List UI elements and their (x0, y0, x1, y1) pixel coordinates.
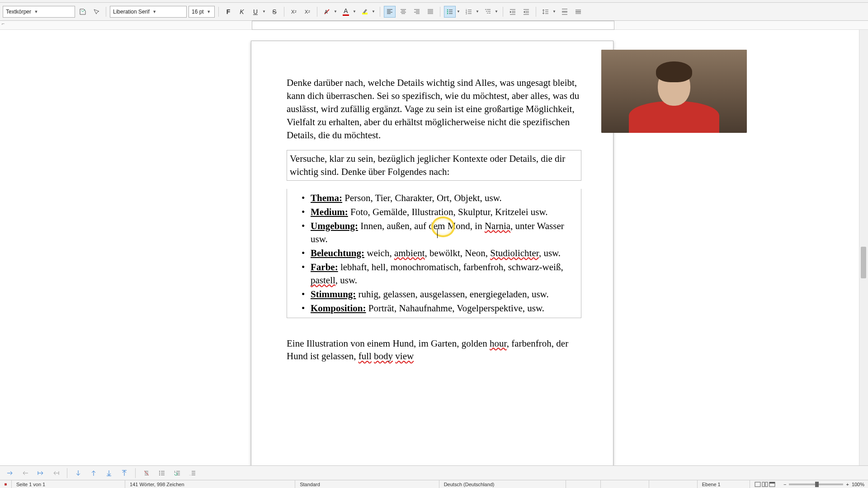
bullet-list-button[interactable] (444, 6, 456, 18)
view-mode-buttons[interactable] (750, 480, 780, 488)
nav-forward-icon[interactable] (4, 468, 16, 479)
underline-dropdown[interactable]: ▼ (261, 6, 267, 18)
line-spacing-dropdown[interactable]: ▼ (552, 6, 557, 18)
zoom-in-icon[interactable]: + (846, 482, 849, 487)
clear-formatting-button[interactable]: A (321, 6, 333, 18)
bullet-list-dropdown[interactable]: ▼ (456, 6, 461, 18)
save-status-icon[interactable] (0, 480, 12, 488)
align-left-button[interactable] (384, 6, 396, 18)
list-item[interactable]: Thema: Person, Tier, Charakter, Ort, Obj… (311, 192, 578, 205)
svg-point-4 (447, 13, 448, 14)
move-up-icon[interactable] (87, 468, 100, 479)
paragraph-style-combo[interactable]: Textkörper ▼ (3, 6, 75, 18)
scrollbar-thumb[interactable] (861, 247, 866, 278)
nav-back-icon[interactable] (19, 468, 32, 479)
number-list-dropdown[interactable]: ▼ (475, 6, 480, 18)
nav-forward-alt-icon[interactable] (34, 468, 47, 479)
svg-rect-14 (755, 482, 760, 487)
font-size-combo[interactable]: 16 pt ▼ (189, 6, 215, 18)
outline-list-dropdown[interactable]: ▼ (494, 6, 499, 18)
no-list-icon[interactable] (140, 468, 153, 479)
move-down-icon[interactable] (72, 468, 85, 479)
ruler-row: ⌐ (0, 21, 868, 30)
new-style-button[interactable] (90, 6, 102, 18)
highlight-button[interactable] (359, 6, 371, 18)
page-status[interactable]: Seite 1 von 1 (12, 480, 125, 488)
svg-rect-15 (762, 482, 764, 487)
move-up-sub-icon[interactable] (118, 468, 131, 479)
superscript-button[interactable]: X2 (288, 6, 300, 18)
spell-error[interactable]: full (359, 351, 372, 361)
insert-mode-status[interactable] (566, 480, 601, 488)
nav-back-alt-icon[interactable] (50, 468, 62, 479)
bullet-list[interactable]: Thema: Person, Tier, Charakter, Ort, Obj… (290, 192, 578, 315)
spell-error[interactable]: body (374, 351, 393, 361)
page-content[interactable]: Denke darüber nach, welche Details wicht… (287, 76, 581, 363)
page-style-status[interactable]: Standard (295, 480, 439, 488)
svg-rect-18 (769, 482, 775, 483)
subscript-button[interactable]: X2 (302, 6, 313, 18)
language-status[interactable]: Deutsch (Deutschland) (439, 480, 566, 488)
page[interactable]: Denke darüber nach, welche Details wicht… (251, 41, 613, 465)
italic-button[interactable]: K (236, 6, 248, 18)
zoom-value[interactable]: 100% (852, 482, 864, 487)
continue-numbering-icon[interactable]: … (186, 468, 199, 479)
list-item[interactable]: Stimmung: ruhig, gelassen, ausgelassen, … (311, 288, 578, 301)
insert-unnumbered-icon[interactable] (156, 468, 168, 479)
font-color-button[interactable]: A (340, 6, 352, 18)
increase-para-spacing-button[interactable] (559, 6, 571, 18)
highlight-dropdown[interactable]: ▼ (371, 6, 376, 18)
outline-list-button[interactable] (482, 6, 494, 18)
underline-button[interactable]: U (250, 6, 261, 18)
svg-point-3 (447, 11, 448, 12)
font-name-combo[interactable]: Liberation Serif ▼ (110, 6, 187, 18)
align-center-button[interactable] (397, 6, 409, 18)
clear-formatting-dropdown[interactable]: ▼ (333, 6, 338, 18)
svg-point-8 (159, 471, 160, 472)
list-item[interactable]: Beleuchtung: weich, ambient, bewölkt, Ne… (311, 247, 578, 260)
decrease-para-spacing-button[interactable] (572, 6, 584, 18)
align-justify-button[interactable] (425, 6, 436, 18)
signature-status[interactable] (649, 480, 698, 488)
outline-level-status[interactable]: Ebene 1 (698, 480, 750, 488)
svg-text:…: … (189, 473, 192, 476)
horizontal-ruler[interactable] (252, 21, 614, 30)
zoom-slider[interactable] (789, 483, 843, 485)
align-right-button[interactable] (411, 6, 423, 18)
boxed-intro[interactable]: Versuche, klar zu sein, bezüglich jeglic… (287, 150, 581, 181)
zoom-control[interactable]: − + 100% (780, 482, 868, 487)
paragraph-3[interactable]: Eine Illustration von einem Hund, im Gar… (287, 337, 581, 363)
move-down-sub-icon[interactable] (103, 468, 115, 479)
word-count-status[interactable]: 141 Wörter, 998 Zeichen (125, 480, 295, 488)
selection-mode-status[interactable] (601, 480, 649, 488)
bold-button[interactable]: F (222, 6, 234, 18)
number-list-button[interactable]: 123 (463, 6, 475, 18)
font-size-value: 16 pt (192, 9, 204, 15)
paragraph-style-value: Textkörper (6, 9, 31, 15)
zoom-slider-knob[interactable] (815, 482, 819, 487)
svg-rect-16 (765, 482, 768, 487)
svg-point-10 (159, 474, 160, 475)
font-color-dropdown[interactable]: ▼ (352, 6, 357, 18)
restart-numbering-icon[interactable]: 1 (171, 468, 184, 479)
line-spacing-button[interactable] (540, 6, 552, 18)
font-name-value: Liberation Serif (113, 9, 150, 15)
svg-text:A: A (325, 9, 328, 14)
paragraph-1[interactable]: Denke darüber nach, welche Details wicht… (287, 76, 581, 142)
navigation-toolbar: 1 … (0, 465, 868, 480)
list-item[interactable]: Farbe: lebhaft, hell, monochromatisch, f… (311, 261, 578, 287)
decrease-indent-button[interactable] (520, 6, 532, 18)
boxed-bullets[interactable]: Thema: Person, Tier, Charakter, Ort, Obj… (287, 189, 581, 318)
webcam-overlay (601, 50, 747, 133)
vertical-scrollbar[interactable] (859, 30, 868, 465)
zoom-out-icon[interactable]: − (783, 482, 786, 487)
list-item[interactable]: Umgebung: Innen, außen, auf dem Mond, in… (311, 220, 578, 246)
list-item[interactable]: Komposition: Porträt, Nahaufnahme, Vogel… (311, 302, 578, 315)
update-style-button[interactable] (77, 6, 89, 18)
spell-error[interactable]: hour (490, 338, 507, 349)
paragraph-2[interactable]: Versuche, klar zu sein, bezüglich jeglic… (290, 152, 578, 178)
increase-indent-button[interactable] (507, 6, 519, 18)
strikethrough-button[interactable]: S (269, 6, 280, 18)
list-item[interactable]: Medium: Foto, Gemälde, Illustration, Sku… (311, 206, 578, 219)
spell-error[interactable]: view (395, 351, 414, 361)
